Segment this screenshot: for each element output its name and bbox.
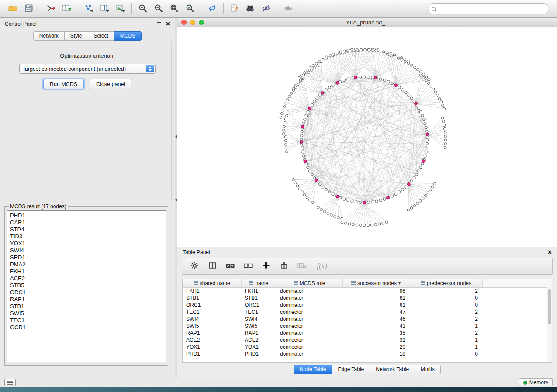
export-table-button[interactable]: [97, 2, 113, 16]
table-row[interactable]: PHD1PHD1dominator180: [183, 351, 552, 358]
table-cell: FKH1: [183, 288, 241, 295]
save-session-button[interactable]: [21, 2, 37, 16]
scrollbar-thumb[interactable]: [548, 289, 551, 324]
export-image-icon: [116, 4, 125, 14]
tab-node-table[interactable]: Node Table: [294, 365, 332, 374]
close-window-button[interactable]: [181, 20, 187, 25]
share-document-button[interactable]: [227, 2, 242, 16]
float-panel-icon[interactable]: [157, 22, 161, 26]
tab-style[interactable]: Style: [65, 31, 88, 41]
zoom-selected-icon: [185, 3, 195, 14]
run-mcds-button[interactable]: Run MCDS: [43, 79, 84, 89]
tab-mcds[interactable]: MCDS: [114, 31, 142, 41]
import-table-button[interactable]: [59, 2, 75, 16]
column-header-mcds-role[interactable]: MCDS role: [277, 279, 342, 288]
search-network-button[interactable]: [242, 2, 258, 16]
table-toolbar: f(x): [182, 258, 553, 275]
mcds-result-item[interactable]: TID3: [10, 233, 166, 240]
open-file-button[interactable]: [5, 2, 21, 16]
column-label: name: [255, 280, 268, 286]
minimize-window-button[interactable]: [190, 20, 195, 25]
table-panel-title: Table Panel: [183, 249, 210, 255]
mcds-result-item[interactable]: YOX1: [10, 240, 166, 247]
control-panel: Control Panel × Network Style Select MCD…: [0, 18, 175, 378]
mcds-result-item[interactable]: STB1: [10, 303, 166, 310]
mcds-result-item[interactable]: ACE2: [10, 275, 166, 282]
export-network-button[interactable]: [81, 2, 97, 16]
mcds-result-item[interactable]: CAR1: [10, 219, 166, 226]
table-cell: dominator: [277, 351, 342, 358]
column-header-predecessor-nodes[interactable]: predecessor nodes: [410, 279, 482, 288]
mcds-result-item[interactable]: GCR1: [10, 324, 166, 331]
mcds-result-item[interactable]: FKH1: [10, 268, 166, 275]
show-columns-button[interactable]: [207, 261, 218, 272]
table-row[interactable]: SWI4SWI4dominator462: [183, 316, 552, 323]
table-row[interactable]: TEC1TEC1connector472: [183, 309, 552, 316]
show-details-button[interactable]: [280, 2, 296, 16]
node-table: shared name name MCDS role successor nod…: [182, 279, 552, 363]
import-network-button[interactable]: [43, 2, 59, 16]
zoom-in-button[interactable]: [135, 2, 151, 16]
add-column-button[interactable]: [261, 261, 271, 272]
mcds-result-item[interactable]: STB5: [10, 282, 166, 289]
close-table-panel-icon[interactable]: ×: [548, 249, 552, 256]
memory-button[interactable]: Memory: [519, 378, 553, 386]
tab-motifs[interactable]: Motifs: [415, 365, 441, 374]
maximize-window-button[interactable]: [199, 20, 204, 25]
status-menu-button[interactable]: [4, 379, 16, 386]
table-row[interactable]: STB1STB1dominator620: [183, 295, 552, 302]
close-panel-icon[interactable]: ×: [166, 21, 170, 28]
zoom-fit-button[interactable]: [166, 2, 182, 16]
table-row[interactable]: RAP1RAP1dominator352: [183, 330, 552, 337]
zoom-selected-button[interactable]: [182, 2, 198, 16]
table-scrollbar[interactable]: [547, 287, 552, 362]
mcds-result-list[interactable]: PHD1CAR1STP4TID3YOX1SWI4SRD1PMA2FKH1ACE2…: [7, 210, 166, 362]
mcds-result-title: MCDS result (17 nodes): [9, 203, 68, 210]
table-cell: ACE2: [183, 337, 241, 344]
tab-network[interactable]: Network: [33, 31, 65, 41]
hide-table-button[interactable]: [297, 261, 307, 272]
delete-column-button[interactable]: [279, 261, 289, 272]
mcds-result-item[interactable]: TEC1: [10, 317, 166, 324]
import-network-icon: [46, 4, 56, 14]
column-header-successor-nodes[interactable]: successor nodes▾: [342, 279, 410, 288]
table-row[interactable]: ORC1ORC1dominator610: [183, 302, 552, 309]
tab-network-table[interactable]: Network Table: [370, 365, 415, 374]
mcds-result-item[interactable]: PMA2: [10, 261, 166, 268]
zoom-in-icon: [138, 3, 148, 14]
apply-layout-button[interactable]: [204, 2, 220, 16]
mcds-result-item[interactable]: ORC1: [10, 289, 166, 296]
table-remove-icon: [297, 262, 307, 271]
mcds-result-item[interactable]: SRD1: [10, 254, 166, 261]
table-row[interactable]: FKH1FKH1dominator962: [183, 288, 552, 295]
table-cell: 1: [410, 323, 482, 330]
deselect-all-button[interactable]: [243, 261, 253, 272]
export-image-button[interactable]: [113, 2, 128, 16]
table-cell: PHD1: [241, 351, 277, 358]
optimization-criterion-select[interactable]: largest connected component (undirected): [19, 64, 156, 74]
network-canvas[interactable]: [177, 27, 557, 247]
mcds-result-item[interactable]: RAP1: [10, 296, 166, 303]
table-settings-button[interactable]: [189, 261, 200, 272]
column-header-shared-name[interactable]: shared name: [183, 279, 241, 288]
close-panel-button[interactable]: Close panel: [90, 79, 131, 89]
select-all-button[interactable]: [225, 261, 235, 272]
mcds-result-item[interactable]: SWI5: [10, 310, 166, 317]
mcds-result-item[interactable]: STP4: [10, 226, 166, 233]
mcds-result-item[interactable]: SWI4: [10, 247, 166, 254]
table-row[interactable]: ACE2ACE2connector311: [183, 337, 552, 344]
function-builder-button[interactable]: f(x): [315, 261, 329, 272]
table-cell: 1: [410, 337, 482, 344]
column-header-name[interactable]: name: [241, 279, 277, 288]
float-table-panel-icon[interactable]: [539, 251, 543, 254]
tab-select[interactable]: Select: [88, 31, 114, 41]
dropdown-selected-value: largest connected component (undirected): [24, 66, 126, 72]
mcds-result-item[interactable]: PHD1: [10, 212, 166, 219]
table-row[interactable]: SWI5SWI5connector431: [183, 323, 552, 330]
table-cell: RAP1: [183, 330, 241, 337]
search-input[interactable]: [428, 3, 549, 14]
tab-edge-table[interactable]: Edge Table: [332, 365, 370, 374]
hide-details-button[interactable]: [258, 2, 274, 16]
table-row[interactable]: YOX1YOX1connector291: [183, 344, 552, 351]
zoom-out-button[interactable]: [151, 2, 166, 16]
